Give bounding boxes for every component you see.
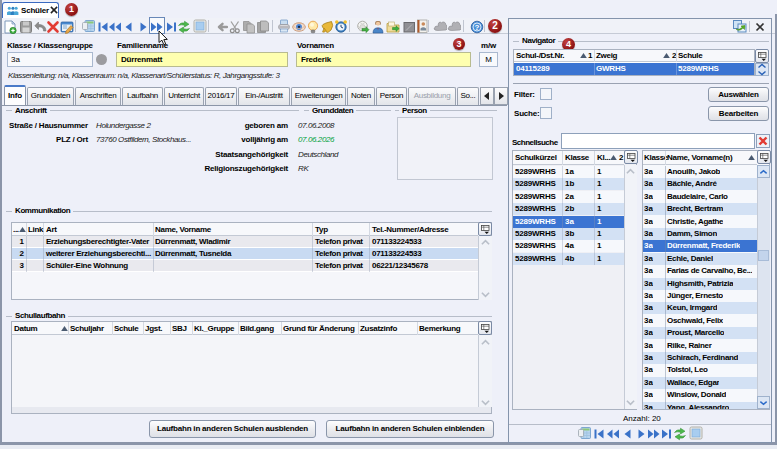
svg-text:?: ? (475, 23, 480, 32)
